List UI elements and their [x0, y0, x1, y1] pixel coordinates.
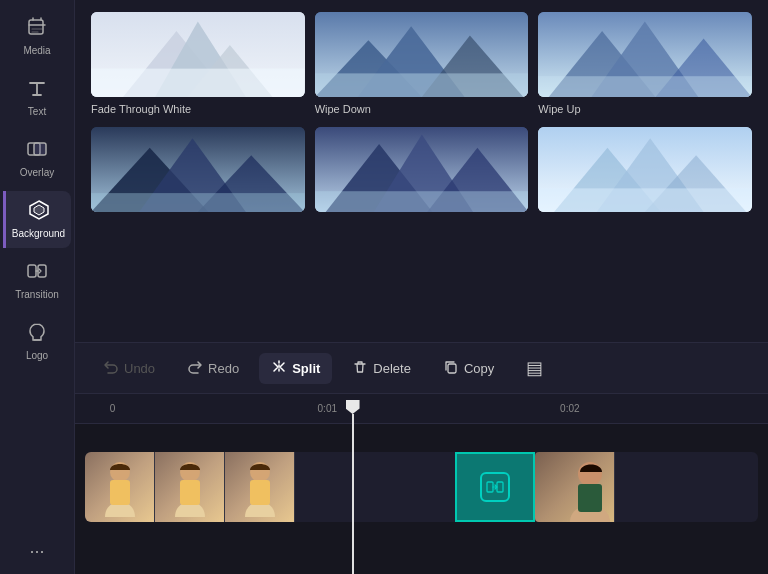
undo-button[interactable]: Undo [91, 353, 167, 384]
toolbar: Undo Redo Split [75, 342, 768, 394]
overlay-icon [26, 138, 48, 163]
sidebar-item-transition-label: Transition [15, 289, 59, 301]
copy-icon [443, 359, 459, 378]
redo-icon [187, 359, 203, 378]
timeline-tracks [75, 424, 768, 574]
media-thumbnail [315, 127, 529, 212]
sidebar-item-overlay[interactable]: Overlay [3, 130, 71, 187]
media-thumbnail [538, 12, 752, 97]
media-thumbnail [538, 127, 752, 212]
sidebar-item-overlay-label: Overlay [20, 167, 54, 179]
list-item[interactable] [538, 127, 752, 220]
sidebar-item-text[interactable]: Text [3, 69, 71, 126]
redo-button[interactable]: Redo [175, 353, 251, 384]
svg-rect-11 [91, 69, 305, 97]
playhead-head [346, 400, 360, 414]
timeline-ruler: 0 0:01 0:02 [75, 394, 768, 424]
clip-thumbnail-2 [155, 452, 224, 522]
svg-rect-36 [538, 188, 752, 212]
media-item-label: Wipe Up [538, 101, 752, 117]
playhead[interactable] [346, 400, 360, 414]
timeline-area: 0 0:01 0:02 [75, 394, 768, 574]
sidebar-item-logo[interactable]: Logo [3, 313, 71, 370]
track-clip-right[interactable] [535, 452, 758, 522]
clip-frame-4 [535, 452, 615, 522]
svg-rect-26 [91, 193, 305, 212]
delete-button[interactable]: Delete [340, 353, 423, 384]
svg-rect-38 [448, 364, 456, 373]
delete-label: Delete [373, 361, 411, 376]
svg-rect-42 [180, 480, 200, 505]
svg-rect-21 [538, 76, 752, 97]
media-grid: Fade Through White [91, 12, 752, 220]
delete-icon [352, 359, 368, 378]
svg-rect-5 [28, 265, 36, 277]
list-item[interactable]: Wipe Up [538, 12, 752, 117]
clip-thumbnail-3 [225, 452, 294, 522]
copy-label: Copy [464, 361, 494, 376]
media-item-label [91, 216, 305, 220]
media-thumbnail [315, 12, 529, 97]
sidebar-item-media[interactable]: Media [3, 8, 71, 65]
sidebar: Media Text Overlay Background [0, 0, 75, 574]
list-item[interactable] [91, 127, 305, 220]
list-item[interactable] [315, 127, 529, 220]
clip-thumbnail-4 [535, 452, 614, 522]
clip-frame-2 [155, 452, 225, 522]
sidebar-item-logo-label: Logo [26, 350, 48, 362]
media-item-label: Wipe Down [315, 101, 529, 117]
undo-icon [103, 359, 119, 378]
more-toolbar-icon: ▤ [526, 357, 543, 379]
split-button[interactable]: Split [259, 353, 332, 384]
more-toolbar-button[interactable]: ▤ [514, 351, 555, 385]
svg-rect-2 [34, 143, 46, 155]
svg-rect-46 [497, 482, 503, 492]
track-clip-left[interactable] [85, 452, 455, 522]
svg-marker-4 [34, 205, 44, 215]
video-track [85, 452, 758, 522]
background-icon [28, 199, 50, 224]
transition-clip[interactable] [455, 452, 535, 522]
sidebar-item-text-label: Text [28, 106, 46, 118]
list-item[interactable]: Wipe Down [315, 12, 529, 117]
clip-frame-1 [85, 452, 155, 522]
text-icon [26, 77, 48, 102]
media-icon [26, 16, 48, 41]
svg-rect-48 [578, 484, 602, 512]
clip-frame-3 [225, 452, 295, 522]
sidebar-item-transition[interactable]: Transition [3, 252, 71, 309]
media-thumbnail [91, 12, 305, 97]
split-icon [271, 359, 287, 378]
svg-rect-6 [38, 265, 46, 277]
playhead-line [352, 414, 354, 574]
transition-clip-icon [480, 472, 510, 502]
sidebar-item-background-label: Background [12, 228, 65, 240]
sidebar-item-media-label: Media [23, 45, 50, 57]
main-area: Fade Through White [75, 0, 768, 574]
svg-rect-44 [250, 480, 270, 505]
list-item[interactable]: Fade Through White [91, 12, 305, 117]
copy-button[interactable]: Copy [431, 353, 506, 384]
media-grid-area: Fade Through White [75, 0, 768, 342]
media-item-label: Fade Through White [91, 101, 305, 117]
undo-label: Undo [124, 361, 155, 376]
svg-rect-31 [315, 191, 529, 212]
media-item-label [315, 216, 529, 220]
ruler-track: 0 0:01 0:02 [75, 398, 768, 419]
svg-rect-16 [315, 73, 529, 97]
svg-rect-40 [110, 480, 130, 505]
ruler-mark-0: 0 [110, 403, 116, 414]
ruler-mark-1: 0:01 [318, 403, 337, 414]
transition-icon [26, 260, 48, 285]
svg-rect-45 [487, 482, 493, 492]
ruler-mark-2: 0:02 [560, 403, 579, 414]
split-label: Split [292, 361, 320, 376]
media-thumbnail [91, 127, 305, 212]
clip-thumbnail-1 [85, 452, 154, 522]
redo-label: Redo [208, 361, 239, 376]
media-item-label [538, 216, 752, 220]
sidebar-item-background[interactable]: Background [3, 191, 71, 248]
logo-icon [26, 321, 48, 346]
more-button[interactable]: ... [21, 529, 52, 566]
